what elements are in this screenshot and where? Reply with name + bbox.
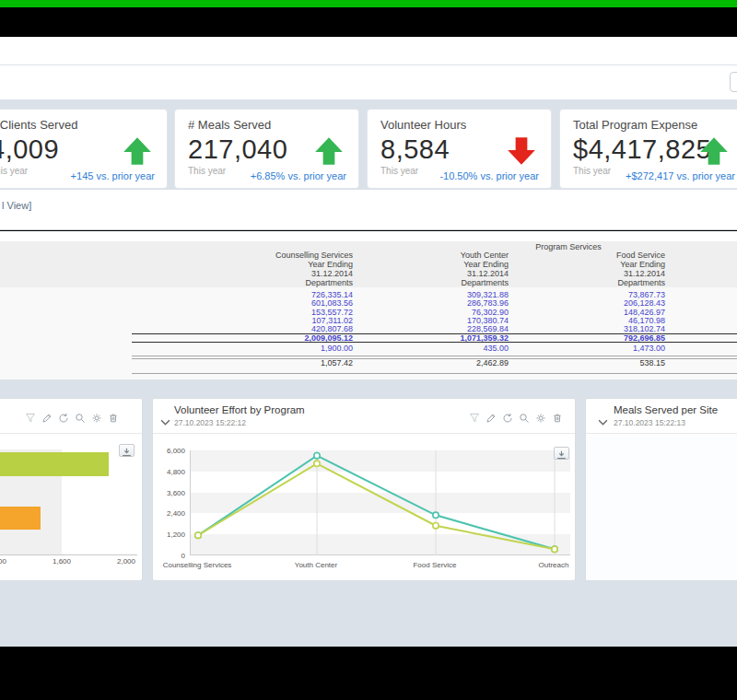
chart-card-bar: 1,2001,6002,000 <box>0 398 143 581</box>
dashboard-screen: # Clients Served 4,009 This year +145 vs… <box>0 0 737 700</box>
chevron-down-icon[interactable] <box>160 413 170 419</box>
y-tick-label: 3,600 <box>153 489 185 497</box>
view-row: l View] <box>0 190 737 230</box>
x-category-label: Outreach <box>539 561 569 569</box>
filter-icon[interactable] <box>469 411 480 422</box>
table-rule <box>132 342 737 343</box>
header-row <box>0 37 737 65</box>
subheader-row <box>0 65 737 99</box>
y-tick-label: 4,800 <box>153 468 185 476</box>
data-point-marker <box>552 546 557 552</box>
x-axis-line <box>0 554 137 555</box>
edit-icon[interactable] <box>485 411 497 422</box>
widget-toolbar <box>25 411 119 422</box>
table-cell: 538.15 <box>639 359 665 368</box>
widget-header: Volunteer Effort by Program 27.10.2023 1… <box>153 399 575 434</box>
table-cell[interactable]: 420,807.68 <box>311 325 353 333</box>
column-header-counselling: Counselling Services Year Ending 31.12.2… <box>275 251 353 287</box>
filter-icon[interactable] <box>25 411 36 422</box>
kpi-title: # Clients Served <box>0 118 154 132</box>
y-tick-label: 1,200 <box>153 531 185 539</box>
table-rule <box>132 333 737 334</box>
panel-collapse-tab[interactable] <box>730 72 737 92</box>
kpi-card-clients-served: # Clients Served 4,009 This year +145 vs… <box>0 109 168 189</box>
table-cell[interactable]: 1,473.00 <box>633 344 665 353</box>
edit-icon[interactable] <box>41 411 53 422</box>
kpi-card-program-expense: Total Program Expense $4,417,825 This ye… <box>559 109 737 189</box>
top-black-bar <box>0 7 737 37</box>
table-cell: 2,462.89 <box>476 359 509 368</box>
table-row: 1,057.422,462.89538.15 <box>0 359 737 368</box>
chart-card-volunteer-effort: Volunteer Effort by Program 27.10.2023 1… <box>152 398 576 581</box>
settings-icon[interactable] <box>535 411 546 422</box>
delete-icon[interactable] <box>108 411 119 422</box>
kpi-delta: +145 vs. prior year <box>71 170 155 181</box>
table-group-header: Program Services <box>535 242 602 251</box>
zoom-icon[interactable] <box>75 411 86 422</box>
trend-up-arrow-icon <box>121 134 154 168</box>
table-header: Program Services Counselling Services Ye… <box>0 241 737 287</box>
trend-up-arrow-icon <box>697 134 731 168</box>
bar <box>0 452 109 476</box>
widget-timestamp: 27.10.2023 15:22:12 <box>174 418 246 427</box>
table-cell[interactable]: 435.00 <box>483 344 509 353</box>
table-rule <box>132 358 737 359</box>
line-series <box>198 463 555 549</box>
table-cell[interactable]: 318,102.74 <box>624 325 665 333</box>
widget-title: Meals Served per Site <box>614 404 718 415</box>
y-tick-label: 6,000 <box>153 447 185 455</box>
widget-toolbar <box>469 411 563 422</box>
table-row: 1,900.00435.001,473.00 <box>0 344 737 354</box>
refresh-icon[interactable] <box>502 411 513 422</box>
widget-title: Volunteer Effort by Program <box>174 404 305 415</box>
table-cell: 1,057.42 <box>321 359 353 368</box>
data-point-marker <box>433 523 439 529</box>
delete-icon[interactable] <box>552 411 563 422</box>
x-tick-label: 1,600 <box>53 557 71 566</box>
download-button[interactable] <box>119 444 135 457</box>
kpi-card-volunteer-hours: Volunteer Hours 8,584 This year -10.50% … <box>367 109 552 189</box>
trend-down-arrow-icon <box>505 134 538 168</box>
table-cell[interactable]: 601,083.56 <box>311 299 353 308</box>
x-tick-label: 1,200 <box>0 557 6 566</box>
download-icon <box>122 448 132 457</box>
data-point-marker <box>195 532 201 538</box>
line-chart-svg <box>191 450 571 555</box>
data-point-marker <box>314 453 320 459</box>
kpi-title: Volunteer Hours <box>380 118 538 132</box>
accent-stripe <box>0 0 737 7</box>
y-tick-label: 2,400 <box>153 509 185 518</box>
trend-up-arrow-icon <box>312 134 345 168</box>
column-header-food-service: Food Service Year Ending 31.12.2014 Depa… <box>616 251 665 287</box>
zoom-icon[interactable] <box>519 411 530 422</box>
column-header-youth-center: Youth Center Year Ending 31.12.2014 Depa… <box>461 251 509 287</box>
charts-band: 1,2001,6002,000 Volunteer Effort by Prog… <box>0 379 737 647</box>
kpi-delta: -10.50% vs. prior year <box>439 170 539 181</box>
table-cell[interactable]: 1,900.00 <box>321 344 353 353</box>
kpi-title: Total Program Expense <box>573 118 734 132</box>
settings-icon[interactable] <box>91 411 102 422</box>
bar-chart-plot <box>0 449 137 554</box>
download-icon <box>556 450 567 460</box>
chart-card-meals-per-site: Meals Served per Site 27.10.2023 15:22:1… <box>585 398 737 581</box>
spacer-strip <box>0 231 737 241</box>
data-point-marker <box>433 512 439 518</box>
table-cell[interactable]: 206,128.43 <box>624 299 665 308</box>
bar <box>0 507 41 530</box>
table-cell[interactable]: 286,783.96 <box>467 299 509 308</box>
kpi-title: # Meals Served <box>188 118 345 132</box>
y-tick-label: 0 <box>153 552 185 560</box>
widget-header: Meals Served per Site 27.10.2023 15:22:1… <box>586 399 737 434</box>
refresh-icon[interactable] <box>58 411 69 422</box>
table-rule <box>132 373 737 374</box>
kpi-delta: +$272,417 vs. prior year <box>626 170 735 181</box>
view-link[interactable]: l View] <box>2 200 31 211</box>
chevron-down-icon[interactable] <box>598 413 608 419</box>
x-category-label: Youth Center <box>295 561 337 569</box>
line-chart-plot <box>190 450 570 555</box>
financial-table: Program Services Counselling Services Ye… <box>0 241 737 379</box>
download-button[interactable] <box>554 447 569 460</box>
table-cell[interactable]: 228,569.84 <box>467 325 509 333</box>
kpi-band: # Clients Served 4,009 This year +145 vs… <box>0 99 737 190</box>
kpi-delta: +6.85% vs. prior year <box>251 170 346 181</box>
